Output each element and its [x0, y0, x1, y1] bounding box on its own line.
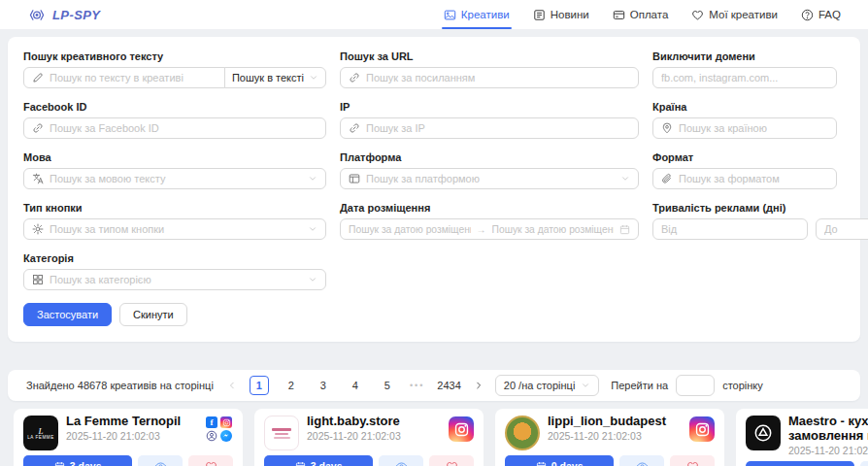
- page-ellipsis[interactable]: •••: [410, 381, 424, 390]
- language-select[interactable]: Пошук за мовою тексту: [23, 168, 326, 189]
- field-label: Формат: [652, 151, 837, 163]
- nav-item-payment[interactable]: Оплата: [613, 0, 669, 29]
- chevron-down-icon: [308, 174, 317, 183]
- instagram-icon: [689, 416, 715, 442]
- filter-duration: Тривалість реклами (дні): [652, 202, 837, 240]
- news-icon: [533, 9, 546, 21]
- instagram-icon: [220, 416, 232, 428]
- date-from-input[interactable]: [349, 223, 471, 235]
- creatives-grid: L LA FEMME La Femme Ternopil 2025-11-20 …: [0, 409, 868, 466]
- url-input[interactable]: [366, 72, 630, 83]
- avatar: [505, 416, 540, 450]
- days-button[interactable]: 0 days: [505, 455, 614, 466]
- platform-select[interactable]: Пошук за платформою: [340, 168, 639, 189]
- page-5[interactable]: 5: [378, 376, 397, 395]
- page-4[interactable]: 4: [346, 376, 365, 395]
- filter-button-type: Тип кнопки Пошук за типом кнопки: [23, 202, 326, 240]
- card-date: 2025-11-20 21:02:03: [307, 430, 441, 442]
- page-last[interactable]: 2434: [437, 376, 460, 395]
- logo[interactable]: LP-SPY: [27, 8, 100, 22]
- country-input[interactable]: [679, 122, 828, 134]
- view-button[interactable]: [379, 455, 423, 466]
- text-search-mode-value: Пошук в тексті: [232, 72, 304, 83]
- date-range-picker[interactable]: →: [340, 218, 639, 240]
- view-button[interactable]: [619, 455, 664, 466]
- creative-text-input[interactable]: [50, 72, 217, 83]
- text-search-mode-select[interactable]: Пошук в тексті: [224, 67, 326, 88]
- filter-exclude-domains: Виключити домени: [652, 50, 837, 88]
- field-label: IP: [340, 101, 639, 113]
- chevron-down-icon: [620, 174, 630, 183]
- pencil-icon: [32, 72, 44, 83]
- facebook-icon: f: [206, 416, 217, 428]
- grid-icon: [32, 274, 44, 285]
- goto-page-input[interactable]: [676, 375, 715, 396]
- facebook-id-input-wrap: [23, 117, 326, 139]
- reset-button[interactable]: Скинути: [119, 303, 187, 326]
- date-to-input[interactable]: [492, 223, 615, 235]
- favorite-button[interactable]: [670, 455, 715, 466]
- filter-platform: Платформа Пошук за платформою: [340, 151, 639, 189]
- card-title: La Femme Ternopil: [66, 414, 198, 428]
- field-label: Пошук за URL: [340, 50, 639, 62]
- nav-item-news[interactable]: Новини: [533, 0, 589, 29]
- filter-placement-date: Дата розміщення →: [340, 202, 639, 240]
- card-title: lippi_lion_budapest: [548, 414, 682, 428]
- button-type-select[interactable]: Пошук за типом кнопки: [23, 218, 326, 240]
- exclude-domains-input-wrap: [652, 67, 837, 88]
- field-label: Пошук креативного тексту: [23, 50, 326, 62]
- results-summary: Знайдено 48678 креативів на сторінці: [26, 380, 214, 391]
- chevron-left-icon: [227, 381, 237, 390]
- calendar-icon: [295, 461, 306, 466]
- pagination: 1 2 3 4 5 ••• 2434: [227, 376, 484, 395]
- nav-item-creatives[interactable]: Креативи: [444, 0, 510, 29]
- page-1[interactable]: 1: [250, 376, 269, 395]
- view-button[interactable]: [860, 461, 868, 466]
- page-2[interactable]: 2: [282, 376, 301, 395]
- country-input-wrap: [652, 117, 837, 139]
- chevron-down-icon: [308, 275, 317, 284]
- calendar-icon: [536, 461, 547, 466]
- view-button[interactable]: [138, 455, 183, 466]
- exclude-domains-input[interactable]: [661, 72, 828, 83]
- instagram-icon: [449, 416, 474, 442]
- duration-to-input[interactable]: [824, 223, 868, 235]
- filter-url: Пошук за URL: [340, 50, 639, 88]
- category-select[interactable]: Пошук за категорією: [23, 269, 326, 290]
- creative-card[interactable]: L LA FEMME La Femme Ternopil 2025-11-20 …: [14, 409, 243, 466]
- heart-icon: [686, 460, 699, 466]
- creative-card[interactable]: Maestro - кухні, меблі на замовлення в У…: [736, 409, 868, 466]
- arrow-right-icon: →: [477, 224, 486, 235]
- days-button[interactable]: 3 days: [23, 455, 132, 466]
- filter-language: Мова Пошук за мовою тексту: [23, 151, 326, 189]
- favorite-button[interactable]: [188, 455, 233, 466]
- filter-category: Категорія Пошук за категорією: [23, 252, 326, 290]
- chevron-down-icon: [581, 381, 590, 390]
- next-page-button[interactable]: [474, 381, 484, 390]
- filter-panel: Пошук креативного тексту Пошук в тексті …: [8, 37, 860, 342]
- duration-to-wrap: [816, 218, 868, 240]
- filter-facebook-id: Facebook ID: [23, 101, 326, 139]
- nav-label: Новини: [551, 9, 589, 20]
- page-3[interactable]: 3: [314, 376, 333, 395]
- nav-item-my-creatives[interactable]: Мої креативи: [691, 0, 778, 29]
- facebook-id-input[interactable]: [50, 122, 317, 134]
- favorite-button[interactable]: [429, 455, 474, 466]
- apply-button[interactable]: Застосувати: [23, 303, 112, 326]
- nav-item-faq[interactable]: FAQ: [801, 0, 841, 29]
- days-button[interactable]: [746, 461, 854, 466]
- card-title: Maestro - кухні, меблі на замовлення в У…: [788, 414, 868, 443]
- page-size-select[interactable]: 20 /на сторінці: [495, 375, 600, 396]
- card-date: 2025-11-20 21:02:03: [66, 430, 198, 442]
- days-button[interactable]: 3 days: [264, 455, 373, 466]
- avatar-text: LA FEMME: [27, 435, 54, 440]
- ip-input[interactable]: [366, 122, 630, 134]
- goto-suffix: сторінку: [722, 380, 763, 391]
- creative-card[interactable]: lippi_lion_budapest 2025-11-20 21:02:03 …: [495, 409, 724, 466]
- logo-text: LP-SPY: [52, 8, 100, 22]
- card-date: 2025-11-20 21:02:03: [548, 430, 682, 442]
- prev-page-button[interactable]: [227, 381, 237, 390]
- duration-from-input[interactable]: [661, 223, 799, 235]
- creative-card[interactable]: light.baby.store 2025-11-20 21:02:03 3 d…: [254, 409, 484, 466]
- format-input[interactable]: [679, 173, 828, 184]
